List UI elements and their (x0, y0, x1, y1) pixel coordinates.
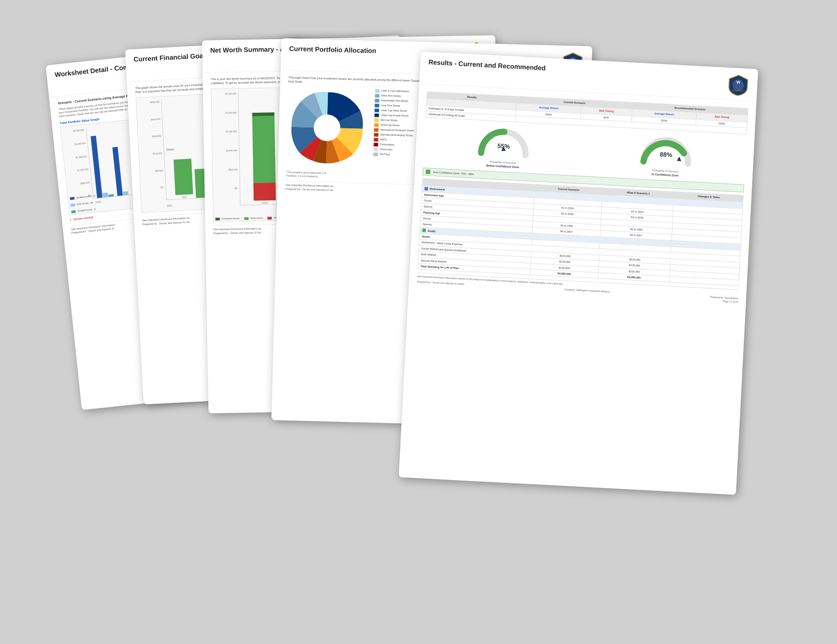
svg-marker-19 (677, 156, 682, 161)
gauge-current: 55% Probability of Success Below Confide… (430, 121, 577, 172)
svg-text:W: W (736, 80, 741, 84)
page-5-logo: W WELLINGTON (726, 74, 750, 97)
gauge-current-svg: 55% (474, 123, 534, 162)
page-5: Results - Current and Recommended W WELL… (399, 52, 758, 495)
svg-text:55%: 55% (497, 142, 510, 150)
svg-text:88%: 88% (660, 151, 673, 158)
portfolio-pie-chart (286, 87, 368, 169)
results-lower-table: Current Scenario What If Scenario 1 Chan… (418, 178, 744, 286)
gauge-recommended-svg: 88% (637, 132, 696, 171)
gauge-recommended: 88% Probability of Success In Confidence… (593, 130, 739, 180)
page-5-content: Results Current Scenario Recommended Sce… (408, 84, 756, 309)
scene: Worksheet Detail - Combined Details W WE… (63, 33, 774, 611)
page-5-title: Results - Current and Recommended (428, 58, 546, 72)
page-4-title: Current Portfolio Allocation (289, 44, 376, 54)
